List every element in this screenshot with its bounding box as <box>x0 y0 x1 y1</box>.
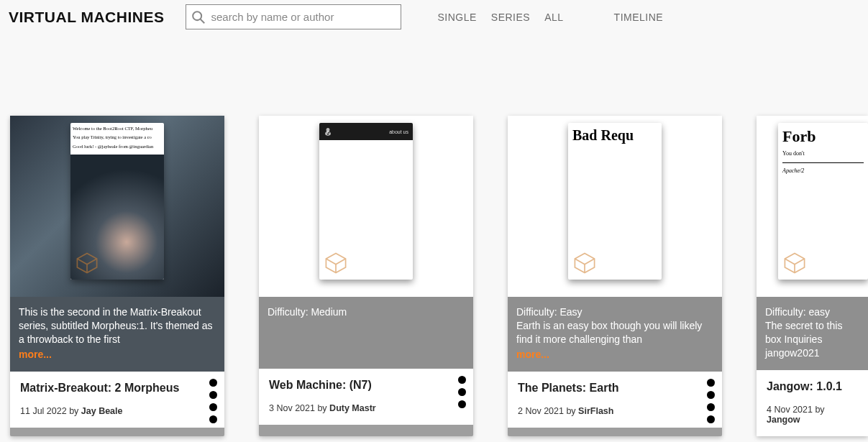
vm-card[interactable]: Forb You don't Apache/2 Difficulty: easy… <box>757 116 868 436</box>
card-description: Difficulty: easy The secret to this box … <box>757 297 868 370</box>
vm-meta: 2 Nov 2021 by SirFlash <box>518 406 712 416</box>
difficulty-dots <box>707 379 715 423</box>
vm-meta: 3 Nov 2021 by Duty Mastr <box>269 403 463 413</box>
vm-date: 2 Nov 2021 <box>518 406 564 416</box>
card-footer: Web Machine: (N7) 3 Nov 2021 by Duty Mas… <box>259 369 473 425</box>
description-text: This is the second in the Matrix-Breakou… <box>19 306 213 345</box>
vm-title[interactable]: The Planets: Earth <box>518 382 712 395</box>
next-row-peek <box>0 436 868 442</box>
more-link[interactable]: more... <box>19 348 52 362</box>
card-footer: Jangow: 1.0.1 4 Nov 2021 by Jangow <box>757 370 868 436</box>
inner-text-line: Good luck! - @jaybeale from @inguardian <box>70 144 164 152</box>
vm-title[interactable]: Matrix-Breakout: 2 Morpheus <box>20 382 214 395</box>
card-thumbnail: Welcome to the Boot2Root CTF, Morpheu Yo… <box>10 116 224 297</box>
vm-title[interactable]: Jangow: 1.0.1 <box>767 380 858 393</box>
vm-author[interactable]: SirFlash <box>578 406 613 416</box>
card-footer: Matrix-Breakout: 2 Morpheus 11 Jul 2022 … <box>10 372 224 428</box>
more-link[interactable]: more... <box>516 348 549 362</box>
difficulty-dots <box>209 379 217 423</box>
inner-nav-bar: about us <box>319 123 413 140</box>
vm-date: 3 Nov 2021 <box>269 403 315 413</box>
card-thumbnail: Bad Requ <box>508 116 722 297</box>
vm-meta: 11 Jul 2022 by Jay Beale <box>20 406 214 416</box>
description-text: Earth is an easy box though you will lik… <box>516 320 702 345</box>
vm-card[interactable]: Bad Requ Difficulty: Easy Earth is an ea… <box>508 116 722 436</box>
inner-screenshot: about us <box>319 123 413 280</box>
search-box[interactable] <box>186 4 401 29</box>
nav: SINGLE SERIES ALL TIMELINE <box>437 11 663 23</box>
inner-apache-text: Apache/2 <box>782 167 864 174</box>
vulnhub-logo-icon <box>324 251 348 275</box>
vulnhub-logo-icon <box>782 251 807 275</box>
dot-icon <box>707 415 715 423</box>
inner-subtext: You don't <box>782 150 864 157</box>
inner-screenshot: Welcome to the Boot2Root CTF, Morpheu Yo… <box>70 123 164 280</box>
inner-text-line: Welcome to the Boot2Root CTF, Morpheu <box>70 123 164 134</box>
svg-point-0 <box>193 11 202 20</box>
dot-icon <box>707 379 715 387</box>
vm-date: 11 Jul 2022 <box>20 406 67 416</box>
nav-all[interactable]: ALL <box>544 11 563 23</box>
vm-title[interactable]: Web Machine: (N7) <box>269 379 463 392</box>
card-description: This is the second in the Matrix-Breakou… <box>10 297 224 372</box>
inner-heading: Bad Requ <box>572 127 657 144</box>
vulnhub-logo-icon <box>75 251 99 275</box>
difficulty-label: Difficulty: easy <box>765 306 830 318</box>
difficulty-label: Difficulty: Easy <box>516 306 583 318</box>
vm-card[interactable]: about us Difficulty: Medium Web Machine:… <box>259 116 473 436</box>
vm-author[interactable]: Duty Mastr <box>329 403 376 413</box>
inner-text-line: You play Trinity, trying to investigate … <box>70 134 164 143</box>
inner-screenshot: Bad Requ <box>568 123 662 280</box>
inner-heading: Forb <box>782 127 864 146</box>
card-footer: The Planets: Earth 2 Nov 2021 by SirFlas… <box>508 372 722 428</box>
svg-line-1 <box>201 19 205 23</box>
dot-icon <box>209 391 217 399</box>
description-text: The secret to this box Inquiries jangow2… <box>765 320 842 359</box>
vm-author[interactable]: Jangow <box>767 415 800 425</box>
page-title: VIRTUAL MACHINES <box>9 9 164 26</box>
inner-screenshot: Forb You don't Apache/2 <box>778 123 868 280</box>
nav-single[interactable]: SINGLE <box>437 11 476 23</box>
dot-icon <box>209 403 217 411</box>
vm-card[interactable]: Welcome to the Boot2Root CTF, Morpheu Yo… <box>10 116 224 436</box>
difficulty-label: Difficulty: Medium <box>268 306 347 318</box>
card-grid: Welcome to the Boot2Root CTF, Morpheu Yo… <box>0 29 868 436</box>
header: VIRTUAL MACHINES SINGLE SERIES ALL TIMEL… <box>0 0 868 29</box>
search-icon <box>191 9 206 25</box>
dot-icon <box>707 403 715 411</box>
dot-icon <box>209 415 217 423</box>
vulnhub-logo-icon <box>572 251 597 275</box>
nav-series[interactable]: SERIES <box>491 11 530 23</box>
vm-date: 4 Nov 2021 <box>767 405 813 415</box>
dot-icon <box>458 376 466 384</box>
nav-timeline[interactable]: TIMELINE <box>614 11 664 23</box>
search-input[interactable] <box>206 8 396 26</box>
card-description: Difficulty: Medium <box>259 297 473 369</box>
inner-nav-text: about us <box>389 129 408 134</box>
vm-author[interactable]: Jay Beale <box>81 406 123 416</box>
dot-icon <box>209 379 217 387</box>
card-thumbnail: about us <box>259 116 473 297</box>
card-thumbnail: Forb You don't Apache/2 <box>757 116 868 297</box>
inner-divider <box>782 162 864 163</box>
dot-icon <box>458 400 466 408</box>
vm-meta: 4 Nov 2021 by Jangow <box>767 405 858 425</box>
dot-icon <box>458 388 466 396</box>
dot-icon <box>707 391 715 399</box>
card-description: Difficulty: Easy Earth is an easy box th… <box>508 297 722 372</box>
difficulty-dots <box>458 376 466 408</box>
biohazard-icon <box>324 127 332 136</box>
